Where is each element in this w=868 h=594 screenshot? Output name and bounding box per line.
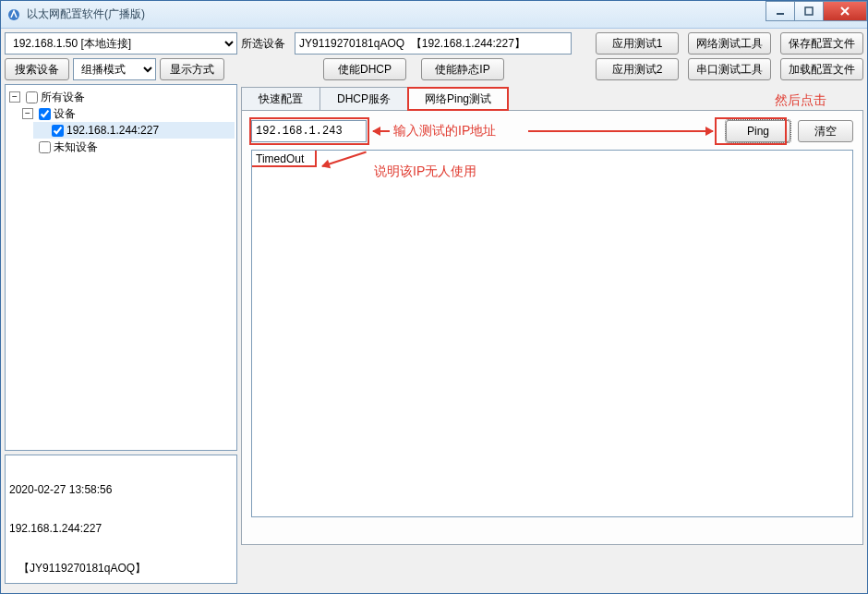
window-title: 以太网配置软件(广播版)	[27, 6, 867, 22]
load-config-button[interactable]: 加载配置文件	[780, 58, 863, 80]
svg-rect-2	[805, 7, 813, 15]
annotation-arrow	[322, 152, 367, 167]
enable-dhcp-button[interactable]: 使能DHCP	[323, 58, 406, 80]
right-pane: 所选设备 应用测试1 网络测试工具 保存配置文件 使能DHCP 使能静态IP 应…	[241, 32, 863, 584]
selected-device-row: 所选设备 应用测试1 网络测试工具 保存配置文件	[241, 32, 863, 55]
tree-all-devices[interactable]: − 所有设备	[7, 89, 235, 105]
selected-device-label: 所选设备	[241, 36, 285, 52]
tree-label: 设备	[54, 106, 76, 122]
ping-output[interactable]: TimedOut 说明该IP无人使用	[251, 150, 853, 517]
tree-checkbox[interactable]	[26, 91, 38, 103]
tree-checkbox[interactable]	[39, 141, 51, 153]
annotation-arrow	[528, 130, 713, 132]
log-panel[interactable]: 2020-02-27 13:58:56 192.168.1.244:227 【J…	[5, 455, 237, 584]
tabstrip: 快速配置 DHCP服务 网络Ping测试	[241, 87, 863, 111]
tree-checkbox[interactable]	[39, 108, 51, 120]
app-test1-button[interactable]: 应用测试1	[596, 32, 679, 55]
net-tool-button[interactable]: 网络测试工具	[688, 32, 771, 55]
mode-select[interactable]: 组播模式	[73, 58, 156, 80]
interface-select[interactable]: 192.168.1.50 [本地连接]	[5, 32, 237, 55]
ping-button[interactable]: Ping	[726, 120, 790, 142]
device-tree[interactable]: − 所有设备 − 设备 192.168.1.244:227	[5, 84, 237, 451]
annotation-enter-ip: 输入测试的IP地址	[393, 123, 496, 139]
tree-unknown-group[interactable]: 未知设备	[20, 139, 235, 155]
tree-label: 未知设备	[54, 139, 98, 155]
selected-device-field[interactable]	[295, 32, 572, 55]
app-icon	[6, 7, 21, 22]
collapse-icon[interactable]: −	[22, 108, 33, 119]
log-line: 192.168.1.244:227	[9, 522, 233, 535]
maximize-button[interactable]	[794, 1, 824, 21]
close-button[interactable]	[823, 1, 867, 21]
minimize-button[interactable]	[766, 1, 795, 21]
tree-label: 192.168.1.244:227	[66, 124, 159, 137]
clear-button[interactable]: 清空	[798, 120, 853, 142]
left-pane: 192.168.1.50 [本地连接] 搜索设备 组播模式 显示方式 − 所有设…	[5, 32, 237, 584]
titlebar: 以太网配置软件(广播版)	[1, 1, 867, 29]
tab-dhcp-service[interactable]: DHCP服务	[319, 87, 408, 111]
app-test2-button[interactable]: 应用测试2	[596, 58, 679, 80]
ping-ip-input[interactable]	[251, 120, 367, 142]
tree-devices-group[interactable]: − 设备	[20, 105, 235, 122]
tree-label: 所有设备	[41, 90, 85, 105]
action-row-2: 使能DHCP 使能静态IP 应用测试2 串口测试工具 加载配置文件	[241, 58, 863, 80]
app-window: 以太网配置软件(广播版) 192.168.1.50 [本地连接] 搜索设备	[0, 0, 868, 594]
save-config-button[interactable]: 保存配置文件	[780, 32, 863, 55]
display-mode-button[interactable]: 显示方式	[160, 58, 224, 80]
search-devices-button[interactable]: 搜索设备	[5, 58, 69, 80]
collapse-icon[interactable]: −	[9, 91, 20, 103]
ping-result-line: TimedOut	[256, 152, 304, 165]
tab-ping-test[interactable]: 网络Ping测试	[407, 87, 509, 111]
log-line: 2020-02-27 13:58:56	[9, 483, 233, 496]
statusbar	[1, 588, 867, 593]
tree-device-item[interactable]: 192.168.1.244:227	[33, 122, 235, 139]
tab-quick-config[interactable]: 快速配置	[241, 87, 320, 111]
log-line: 【JY9119270181qAOQ】	[9, 561, 233, 576]
tab-page-ping: Ping 清空 输入测试的IP地址 TimedOut	[241, 111, 863, 545]
serial-tool-button[interactable]: 串口测试工具	[688, 58, 771, 80]
annotation-arrow	[373, 130, 390, 132]
tree-checkbox[interactable]	[52, 125, 64, 137]
svg-rect-1	[777, 13, 784, 15]
annotation-nobody: 说明该IP无人使用	[374, 164, 476, 180]
enable-static-ip-button[interactable]: 使能静态IP	[421, 58, 504, 80]
